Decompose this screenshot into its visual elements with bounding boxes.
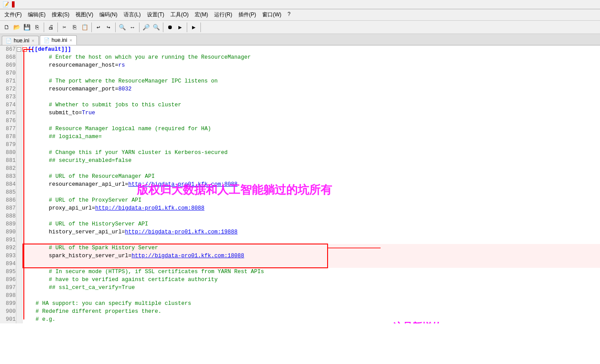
code-line: # Redefine different properties there.	[22, 308, 600, 315]
table-row: 884 resourcemanager_api_url=http://bigda…	[0, 180, 600, 188]
disabled-comment-text: ## logical_name=	[23, 134, 102, 140]
link-value[interactable]: http://bigdata-pro01.kfk.com:19888	[125, 229, 238, 235]
code-line: # URL of the HistoryServer API	[22, 220, 600, 228]
code-line	[22, 117, 600, 125]
menu-item-F[interactable]: 文件(F)	[2, 10, 24, 19]
menu-item-L[interactable]: 语言(L)	[121, 10, 143, 19]
line-number: 901	[0, 315, 16, 323]
table-row: 871 # The port where the ResourceManager…	[0, 77, 600, 85]
code-line: # HA support: you can specify multiple c…	[22, 300, 600, 308]
menu-item-E[interactable]: 编辑(E)	[25, 10, 48, 19]
save-all-button[interactable]: ⎘	[32, 23, 42, 32]
line-number: 873	[0, 93, 16, 101]
line-number: 881	[0, 157, 16, 165]
table-row: 888	[0, 212, 600, 220]
menu-item-V[interactable]: 视图(V)	[73, 10, 96, 19]
menu-item-N[interactable]: 编码(N)	[97, 10, 120, 19]
line-number: 868	[0, 53, 16, 61]
fold-marker	[16, 69, 22, 77]
redo-button[interactable]: ↪	[104, 23, 113, 32]
key-part: submit_to=	[23, 110, 82, 116]
tab-close-button[interactable]: ×	[69, 38, 72, 43]
menu-bar: 文件(F)编辑(E)搜索(S)视图(V)编码(N)语言(L)设置(T)工具(O)…	[0, 9, 600, 21]
fold-marker	[16, 125, 22, 133]
table-row: 870	[0, 69, 600, 77]
comment-text: # URL of the Spark History Server	[23, 245, 158, 251]
fold-marker	[16, 308, 22, 315]
section-fold-icon[interactable]: −	[23, 47, 27, 52]
new-file-button[interactable]: 🗋	[2, 23, 11, 32]
table-row: 877 # Resource Manager logical name (req…	[0, 125, 600, 133]
line-number: 879	[0, 141, 16, 149]
fold-marker	[16, 268, 22, 276]
link-value[interactable]: http://bigdata-pro01.kfk.com:8088	[128, 181, 238, 188]
line-number: 884	[0, 180, 16, 188]
save-button[interactable]: 💾	[22, 23, 32, 32]
code-line: proxy_api_url=http://bigdata-pro01.kfk.c…	[22, 204, 600, 212]
macro-rec-button[interactable]: ⏺	[165, 23, 175, 32]
table-row: 868 # Enter the host on which you are ru…	[0, 53, 600, 61]
key-part: proxy_api_url=	[23, 205, 95, 211]
table-row: 885	[0, 188, 600, 196]
zoom-out-button[interactable]: 🔍	[151, 23, 161, 32]
menu-item-M[interactable]: 宏(M)	[192, 10, 211, 19]
copy-button[interactable]: ⎘	[70, 23, 79, 32]
table-row: 898	[0, 292, 600, 300]
print-button[interactable]: 🖨	[46, 23, 56, 32]
menu-item-[interactable]: ?	[285, 10, 293, 19]
menu-item-O[interactable]: 工具(O)	[168, 10, 191, 19]
code-area: 867−−[[[default]]]868 # Enter the host o…	[0, 45, 600, 323]
fold-marker	[16, 300, 22, 308]
menu-item-W[interactable]: 窗口(W)	[260, 10, 284, 19]
tab-tab2[interactable]: 📄hue.ini×	[40, 35, 77, 45]
key-part: resourcemanager_api_url=	[23, 181, 128, 188]
zoom-in-button[interactable]: 🔎	[141, 23, 151, 32]
comment-text: # HA support: you can specify multiple c…	[23, 300, 192, 307]
line-number: 899	[0, 300, 16, 308]
tab-close-button[interactable]: ×	[31, 38, 34, 43]
toolbar-separator	[187, 23, 187, 32]
fold-icon[interactable]: −	[17, 47, 21, 52]
undo-button[interactable]: ↩	[94, 23, 103, 32]
value-part: rs	[118, 62, 125, 68]
line-number: 892	[0, 244, 16, 252]
tab-tab1[interactable]: 📄hue.ini×	[2, 36, 39, 45]
table-row: 886 # URL of the ProxyServer API	[0, 196, 600, 204]
comment-text: # Whether to submit jobs to this cluster	[23, 102, 181, 108]
link-value[interactable]: http://bigdata-pro01.kfk.com:8088	[95, 205, 205, 211]
fold-marker	[16, 196, 22, 204]
find-button[interactable]: 🔍	[117, 23, 127, 32]
open-file-button[interactable]: 📂	[12, 23, 22, 32]
paste-button[interactable]: 📋	[80, 23, 90, 32]
fold-marker	[16, 228, 22, 236]
fold-marker	[16, 284, 22, 292]
fold-marker	[16, 117, 22, 125]
replace-button[interactable]: ↔	[128, 23, 137, 32]
fold-marker	[16, 244, 22, 252]
cut-button[interactable]: ✂	[60, 23, 69, 32]
fold-marker	[16, 53, 22, 61]
fold-marker	[16, 220, 22, 228]
macro-play-button[interactable]: ▶	[175, 23, 185, 32]
menu-item-P[interactable]: 插件(P)	[236, 10, 259, 19]
table-row: 887 proxy_api_url=http://bigdata-pro01.k…	[0, 204, 600, 212]
fold-marker	[16, 180, 22, 188]
key-part: resourcemanager_host=	[23, 62, 119, 68]
toolbar-separator	[115, 23, 116, 32]
menu-item-S[interactable]: 搜索(S)	[49, 10, 72, 19]
comment-text: # Change this if your YARN cluster is Ke…	[23, 150, 228, 156]
code-line	[22, 292, 600, 300]
code-line: # URL of the Spark History Server	[22, 244, 600, 252]
menu-item-T[interactable]: 设置(T)	[144, 10, 167, 19]
line-number: 895	[0, 268, 16, 276]
menu-item-R[interactable]: 运行(R)	[211, 10, 235, 19]
line-number: 883	[0, 173, 16, 180]
link-value[interactable]: http://bigdata-pro01.kfk.com:18088	[132, 253, 244, 259]
run-button[interactable]: ▶	[189, 23, 199, 32]
fold-marker	[16, 212, 22, 220]
fold-marker	[16, 109, 22, 117]
toolbar: 🗋📂💾⎘🖨✂⎘📋↩↪🔍↔🔎🔍⏺▶▶	[0, 21, 600, 34]
comment-text: # have to be verified against certificat…	[23, 277, 218, 283]
fold-marker[interactable]: −	[16, 45, 22, 53]
line-number: 893	[0, 252, 16, 260]
